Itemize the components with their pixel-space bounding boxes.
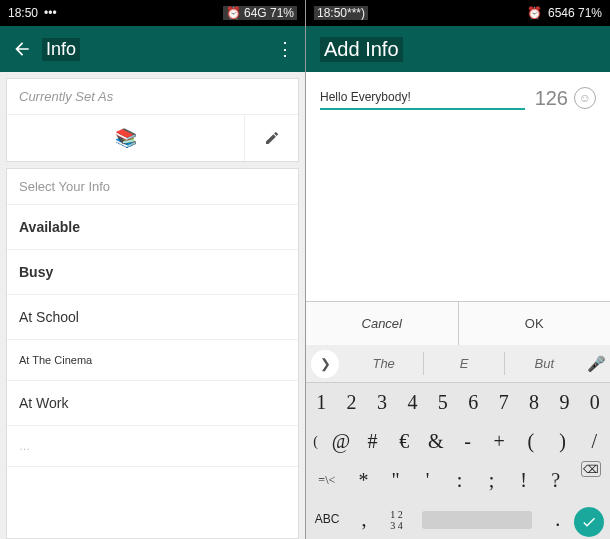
menu-dots-icon[interactable]: ⋮ <box>276 38 293 60</box>
backspace-key[interactable]: ⌫ <box>572 461 610 500</box>
pencil-icon <box>264 130 280 146</box>
abc-key[interactable]: ABC <box>306 500 348 539</box>
status-bar-right: 18:50***) ⏰ 6546 71% <box>306 0 610 26</box>
current-section: Currently Set As 📚 <box>6 78 299 162</box>
key[interactable]: ' <box>412 461 444 500</box>
list-item[interactable]: At Work <box>7 381 298 426</box>
status-net: 64G 71% <box>244 6 294 20</box>
cancel-button[interactable]: Cancel <box>306 302 459 345</box>
key[interactable]: 4 <box>397 383 427 422</box>
key[interactable]: ( <box>515 422 547 461</box>
key[interactable]: : <box>444 461 476 500</box>
key[interactable]: 2 <box>336 383 366 422</box>
key[interactable]: ; <box>476 461 508 500</box>
num-switch-key[interactable]: 1 23 4 <box>380 500 412 539</box>
page-title: Info <box>42 38 80 61</box>
status-net: 6546 71% <box>548 6 602 20</box>
key[interactable]: 5 <box>428 383 458 422</box>
key[interactable]: & <box>420 422 452 461</box>
select-info-section: Select Your Info Available Busy At Schoo… <box>6 168 299 539</box>
ok-button[interactable]: OK <box>459 302 611 345</box>
list-item[interactable]: Available <box>7 205 298 250</box>
list-item[interactable]: Busy <box>7 250 298 295</box>
list-item[interactable]: … <box>7 426 298 467</box>
info-input[interactable] <box>320 86 525 110</box>
status-time: 18:50***) <box>314 6 368 20</box>
select-your-info-label: Select Your Info <box>7 169 298 205</box>
key[interactable]: 9 <box>549 383 579 422</box>
mic-icon[interactable]: 🎤 <box>584 355 610 373</box>
key[interactable]: ! <box>508 461 540 500</box>
alarm-icon: ⏰ <box>226 6 241 20</box>
key[interactable]: # <box>357 422 389 461</box>
enter-key[interactable] <box>574 507 604 537</box>
currently-set-as-label: Currently Set As <box>7 79 298 115</box>
key[interactable]: , <box>348 500 380 539</box>
space-key[interactable] <box>413 500 542 539</box>
header-left: Info ⋮ <box>0 26 305 72</box>
back-arrow-icon[interactable] <box>12 39 32 59</box>
key[interactable]: - <box>452 422 484 461</box>
key[interactable]: ( <box>306 422 325 461</box>
page-title: Add Info <box>320 37 403 62</box>
key[interactable]: 8 <box>519 383 549 422</box>
suggestion[interactable]: But <box>505 352 584 375</box>
list-item[interactable]: At The Cinema <box>7 340 298 381</box>
emoji-icon[interactable]: ☺ <box>574 87 596 109</box>
key[interactable]: . <box>542 500 574 539</box>
key[interactable]: 7 <box>488 383 518 422</box>
key[interactable]: ? <box>540 461 572 500</box>
header-right: Add Info <box>306 26 610 72</box>
key[interactable]: 0 <box>580 383 610 422</box>
key[interactable]: 1 <box>306 383 336 422</box>
suggestion[interactable]: E <box>424 352 504 375</box>
current-status-emoji: 📚 <box>7 115 244 161</box>
suggestion[interactable]: The <box>344 352 424 375</box>
char-counter: 126 <box>535 87 568 110</box>
status-time: 18:50 <box>8 6 38 20</box>
key[interactable]: € <box>388 422 420 461</box>
key[interactable]: 6 <box>458 383 488 422</box>
chevron-right-icon[interactable]: ❯ <box>311 350 339 378</box>
status-dots: ••• <box>44 6 57 20</box>
key[interactable]: ) <box>547 422 579 461</box>
edit-button[interactable] <box>244 115 298 161</box>
keyboard: ❯ The E But 🎤 1 2 3 4 5 6 7 8 9 0 ( @ <box>306 345 610 539</box>
key[interactable]: @ <box>325 422 357 461</box>
key[interactable]: " <box>380 461 412 500</box>
alarm-icon: ⏰ <box>527 6 542 20</box>
list-item[interactable]: At School <box>7 295 298 340</box>
key[interactable]: =\< <box>306 461 348 500</box>
status-bar-left: 18:50 ••• ⏰ 64G 71% <box>0 0 305 26</box>
key[interactable]: 3 <box>367 383 397 422</box>
key[interactable]: * <box>348 461 380 500</box>
check-icon <box>581 514 597 530</box>
key[interactable]: + <box>483 422 515 461</box>
